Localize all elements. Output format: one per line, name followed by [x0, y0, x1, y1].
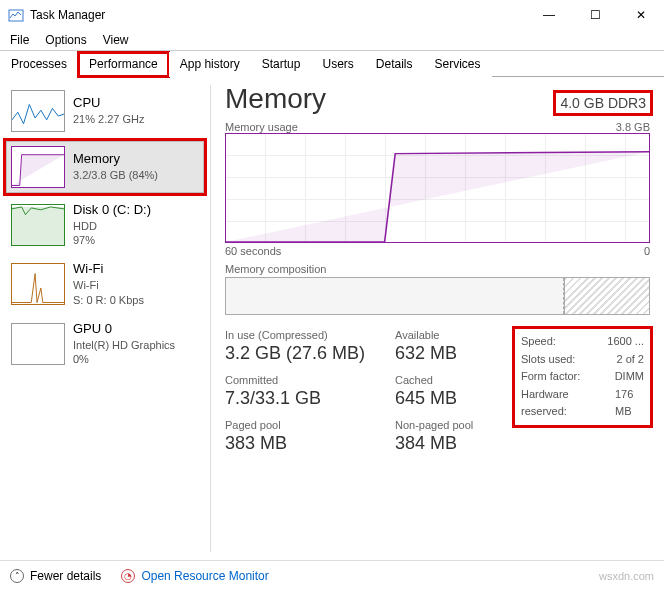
sidebar-item-cpu[interactable]: CPU 21% 2.27 GHz: [6, 85, 204, 137]
sidebar-disk-title: Disk 0 (C: D:): [73, 202, 151, 219]
nonpaged-value: 384 MB: [395, 433, 495, 454]
sidebar-disk-sub: HDD: [73, 219, 151, 233]
task-manager-icon: [8, 7, 24, 23]
sidebar-gpu-title: GPU 0: [73, 321, 175, 338]
form-value: DIMM: [615, 368, 644, 386]
sidebar-cpu-title: CPU: [73, 95, 145, 112]
sidebar-memory-sub: 3.2/3.8 GB (84%): [73, 168, 158, 182]
sidebar-memory-title: Memory: [73, 151, 158, 168]
tab-startup[interactable]: Startup: [251, 52, 312, 77]
window-title: Task Manager: [30, 8, 105, 22]
wifi-thumb-chart: [11, 263, 65, 305]
committed-value: 7.3/33.1 GB: [225, 388, 375, 409]
composition-other-segment: [564, 278, 649, 314]
sidebar-wifi-sub: Wi-Fi: [73, 278, 144, 292]
memory-details-box: Speed:1600 ... Slots used:2 of 2 Form fa…: [515, 329, 650, 425]
sidebar-disk-sub2: 97%: [73, 233, 151, 247]
tab-app-history[interactable]: App history: [169, 52, 251, 77]
open-resource-monitor-link[interactable]: Open Resource Monitor: [141, 569, 268, 583]
resource-monitor-icon[interactable]: ◔: [121, 569, 135, 583]
paged-value: 383 MB: [225, 433, 375, 454]
inuse-label: In use (Compressed): [225, 329, 375, 341]
tab-processes[interactable]: Processes: [0, 52, 78, 77]
close-button[interactable]: ✕: [618, 0, 664, 30]
menu-options[interactable]: Options: [45, 33, 86, 47]
hwres-label: Hardware reserved:: [521, 386, 595, 421]
memory-capacity: 4.0 GB DDR3: [556, 93, 650, 113]
tab-details[interactable]: Details: [365, 52, 424, 77]
cpu-thumb-chart: [11, 90, 65, 132]
available-label: Available: [395, 329, 495, 341]
svg-rect-1: [12, 207, 64, 246]
tab-services[interactable]: Services: [424, 52, 492, 77]
paged-label: Paged pool: [225, 419, 375, 431]
chevron-up-icon[interactable]: ˄: [10, 569, 24, 583]
slots-value: 2 of 2: [616, 351, 644, 369]
window-titlebar: Task Manager — ☐ ✕: [0, 0, 664, 30]
usage-max: 3.8 GB: [616, 121, 650, 133]
composition-label: Memory composition: [225, 263, 650, 275]
disk-thumb-chart: [11, 204, 65, 246]
axis-left: 60 seconds: [225, 245, 281, 257]
menu-view[interactable]: View: [103, 33, 129, 47]
sidebar-item-gpu[interactable]: GPU 0 Intel(R) HD Graphics 0%: [6, 316, 204, 371]
watermark: wsxdn.com: [599, 570, 654, 582]
tab-performance[interactable]: Performance: [78, 52, 169, 77]
speed-value: 1600 ...: [607, 333, 644, 351]
speed-label: Speed:: [521, 333, 556, 351]
axis-right: 0: [644, 245, 650, 257]
sidebar-cpu-sub: 21% 2.27 GHz: [73, 112, 145, 126]
sidebar-item-disk[interactable]: Disk 0 (C: D:) HDD 97%: [6, 197, 204, 252]
tab-users[interactable]: Users: [311, 52, 364, 77]
sidebar-wifi-title: Wi-Fi: [73, 261, 144, 278]
main-panel: Memory 4.0 GB DDR3 Memory usage 3.8 GB 6…: [211, 77, 664, 560]
menubar: File Options View: [0, 30, 664, 50]
hwres-value: 176 MB: [615, 386, 644, 421]
minimize-button[interactable]: —: [526, 0, 572, 30]
sidebar-item-memory[interactable]: Memory 3.2/3.8 GB (84%): [6, 141, 204, 193]
footer-bar: ˄ Fewer details ◔ Open Resource Monitor …: [0, 560, 664, 590]
memory-thumb-chart: [11, 146, 65, 188]
inuse-value: 3.2 GB (27.6 MB): [225, 343, 375, 364]
usage-label: Memory usage: [225, 121, 298, 133]
memory-usage-chart: [225, 133, 650, 243]
sidebar-gpu-sub: Intel(R) HD Graphics: [73, 338, 175, 352]
main-title: Memory: [225, 83, 326, 115]
available-value: 632 MB: [395, 343, 495, 364]
fewer-details-link[interactable]: Fewer details: [30, 569, 101, 583]
sidebar-wifi-sub2: S: 0 R: 0 Kbps: [73, 293, 144, 307]
performance-sidebar: CPU 21% 2.27 GHz Memory 3.2/3.8 GB (84%)…: [0, 77, 210, 560]
committed-label: Committed: [225, 374, 375, 386]
menu-file[interactable]: File: [10, 33, 29, 47]
tab-bar: Processes Performance App history Startu…: [0, 50, 664, 76]
slots-label: Slots used:: [521, 351, 575, 369]
composition-inuse-segment: [226, 278, 564, 314]
memory-composition-bar: [225, 277, 650, 315]
cached-label: Cached: [395, 374, 495, 386]
nonpaged-label: Non-paged pool: [395, 419, 495, 431]
gpu-thumb-chart: [11, 323, 65, 365]
form-label: Form factor:: [521, 368, 580, 386]
sidebar-item-wifi[interactable]: Wi-Fi Wi-Fi S: 0 R: 0 Kbps: [6, 256, 204, 311]
cached-value: 645 MB: [395, 388, 495, 409]
maximize-button[interactable]: ☐: [572, 0, 618, 30]
sidebar-gpu-sub2: 0%: [73, 352, 175, 366]
